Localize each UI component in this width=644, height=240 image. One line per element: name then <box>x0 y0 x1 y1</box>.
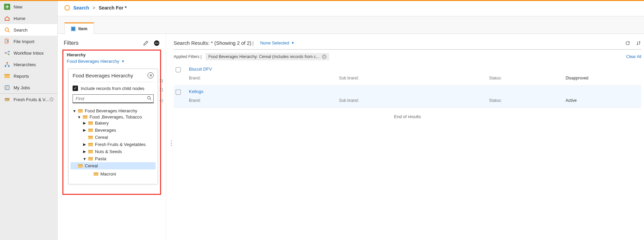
tree-node-bakery[interactable]: ▶ Bakery <box>73 121 154 126</box>
folder-icon <box>78 109 83 113</box>
tree-label: Nuts & Seeds <box>95 149 122 154</box>
nav-home[interactable]: Home <box>0 13 57 24</box>
results-panel: ⋮ Search Results: * (Showing 2 of 2)| No… <box>166 34 644 240</box>
nav-new[interactable]: New <box>0 1 57 13</box>
tree-label: Fresh Fruits & Vegetables <box>95 142 146 147</box>
tree-node-beverages[interactable]: ▶ Beverages <box>73 128 154 133</box>
sort-icon[interactable] <box>636 40 641 46</box>
svg-point-3 <box>5 52 6 54</box>
tree-label: Bakery <box>95 121 109 126</box>
tree-node-pasta[interactable]: ▼ Pasta <box>73 156 154 161</box>
clear-all-link[interactable]: Clear All <box>626 54 641 59</box>
tree-node-nuts-seeds[interactable]: ▶ Nuts & Seeds <box>73 149 154 154</box>
status-value: Disapproved <box>566 76 639 80</box>
tree-node-food-bev-tobacco[interactable]: ▼ Food ,Beverages, Tobacco <box>73 114 154 119</box>
nav-hierarchies[interactable]: Hierarchies <box>0 59 57 70</box>
svg-rect-8 <box>8 66 9 67</box>
pencil-icon[interactable] <box>143 40 149 46</box>
status-label: Status: <box>489 76 563 80</box>
selection-dropdown[interactable]: None Selected ▼ <box>260 40 294 45</box>
search-icon[interactable] <box>147 96 152 100</box>
results-title: Search Results: * (Showing 2 of 2)| <box>174 40 255 46</box>
tab-item[interactable]: Item <box>64 22 94 34</box>
nav-workflow-inbox[interactable]: Workflow Inbox <box>0 47 57 59</box>
svg-point-16 <box>158 43 159 44</box>
sidebar: New Home Search File Import Workflow Inb… <box>0 1 58 240</box>
count-badge: 2) <box>159 87 163 92</box>
item-icon <box>71 26 76 31</box>
tree-label: Cereal <box>95 135 108 140</box>
popout-title: Food Beverages Hierarchy <box>73 73 133 78</box>
result-row: Kellogs Brand: Sub brand: Status: Active <box>174 86 641 108</box>
find-input[interactable] <box>73 94 154 103</box>
svg-point-14 <box>155 43 156 44</box>
tree-node-pasta-macroni[interactable]: Macroni <box>73 171 154 177</box>
row-checkbox[interactable] <box>176 67 181 72</box>
folder-icon <box>88 157 93 161</box>
row-checkbox[interactable] <box>176 90 181 95</box>
brand-label: Brand: <box>189 76 336 80</box>
chevron-down-icon: ▼ <box>73 109 76 113</box>
tree-node-root[interactable]: ▼ Food Beverages Hierarchy <box>73 108 154 113</box>
svg-point-1 <box>5 28 8 31</box>
result-link[interactable]: Biscuit DFV <box>189 67 639 72</box>
tree-node-pasta-cereal[interactable]: Cereal <box>71 162 156 169</box>
folder-icon <box>88 122 93 125</box>
hierarchy-dropdown[interactable]: Food Beverages Hierarchy ▼ <box>67 59 125 64</box>
breadcrumb-current: Search For * <box>99 5 126 11</box>
svg-point-15 <box>156 43 157 44</box>
close-icon[interactable]: ✕ <box>148 72 154 78</box>
refresh-icon[interactable] <box>625 40 630 46</box>
chevron-right-icon: ▶ <box>83 128 86 132</box>
highlighted-filter-box: Hierarchy Food Beverages Hierarchy ▼ 3) … <box>62 50 161 195</box>
nav-label: Workflow Inbox <box>14 51 44 56</box>
include-child-toggle[interactable]: ✓ Include records from child nodes <box>73 86 154 91</box>
box-icon <box>4 96 10 103</box>
close-icon[interactable] <box>49 97 54 102</box>
end-of-results: End of results <box>174 108 641 125</box>
remove-chip-icon[interactable]: ✕ <box>322 54 327 59</box>
nav-open-fresh-fruits[interactable]: Fresh Fruits & V... <box>0 94 57 105</box>
folder-icon <box>83 115 87 119</box>
more-icon[interactable] <box>154 40 160 46</box>
folder-icon <box>78 164 83 168</box>
resize-handle-icon[interactable]: ⋮ <box>168 139 174 147</box>
main: Search > Search For * Item Filters <box>58 1 644 240</box>
tab-bar: Item <box>58 16 644 34</box>
svg-rect-11 <box>5 98 9 99</box>
nav-label: Fresh Fruits & V... <box>14 97 49 102</box>
status-value: Active <box>566 98 639 103</box>
folder-icon <box>4 73 10 79</box>
hierarchy-popout: 3) 2) 4) Food Beverages Hierarchy ✕ ✓ In… <box>68 69 158 184</box>
count-badge: 4) <box>159 98 163 103</box>
svg-point-17 <box>148 96 150 99</box>
result-link[interactable]: Kellogs <box>189 89 639 94</box>
filters-panel: Filters Hierarchy Food Beverages Hierarc… <box>58 34 166 240</box>
hierarchy-label: Hierarchy <box>67 53 158 57</box>
checkbox-checked-icon: ✓ <box>73 86 78 91</box>
tree-label: Cereal <box>85 163 98 168</box>
include-label: Include records from child nodes <box>81 86 144 91</box>
breadcrumb-sep: > <box>93 5 95 11</box>
svg-point-4 <box>8 51 9 52</box>
nav-label: File Import <box>14 39 34 44</box>
tree-node-fresh-fruits[interactable]: ▶ Fresh Fruits & Vegetables <box>73 142 154 147</box>
jobs-icon <box>4 85 10 91</box>
svg-rect-6 <box>6 62 8 63</box>
plus-icon <box>4 4 10 10</box>
svg-rect-7 <box>5 66 6 67</box>
folder-icon <box>94 172 98 176</box>
nav-label: New <box>14 4 22 10</box>
folder-icon <box>88 150 93 153</box>
nav-reports[interactable]: Reports <box>0 70 57 82</box>
import-icon <box>4 38 10 44</box>
nav-my-jobs[interactable]: My Jobs <box>0 82 57 93</box>
filter-chip: Food Beverages Hierarchy: Cereal (Includ… <box>206 53 329 60</box>
nav-file-import[interactable]: File Import <box>0 36 57 47</box>
chevron-down-icon: ▼ <box>83 157 86 161</box>
tree-node-cereal[interactable]: Cereal <box>73 135 154 140</box>
breadcrumb-link[interactable]: Search <box>73 5 89 11</box>
folder-icon <box>88 129 93 132</box>
nav-search[interactable]: Search <box>0 24 57 36</box>
chip-text: Food Beverages Hierarchy: Cereal (Includ… <box>208 54 319 59</box>
